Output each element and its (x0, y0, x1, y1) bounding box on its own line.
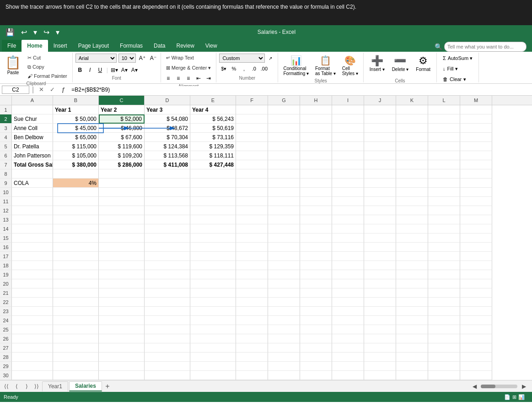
list-item[interactable] (145, 279, 190, 288)
list-item[interactable] (332, 206, 364, 215)
list-item[interactable] (332, 142, 364, 151)
list-item[interactable] (53, 279, 99, 288)
list-item[interactable] (99, 371, 145, 380)
list-item[interactable]: Year 3 (145, 105, 190, 114)
list-item[interactable] (364, 188, 396, 197)
list-item[interactable] (460, 114, 492, 124)
list-item[interactable] (190, 288, 236, 298)
list-item[interactable] (396, 243, 428, 252)
list-item[interactable] (236, 261, 268, 270)
list-item[interactable] (428, 288, 460, 298)
list-item[interactable] (268, 362, 300, 371)
list-item[interactable] (396, 133, 428, 142)
list-item[interactable] (332, 261, 364, 270)
list-item[interactable] (236, 142, 268, 151)
list-item[interactable] (190, 224, 236, 233)
list-item[interactable] (190, 252, 236, 261)
row-number[interactable]: 29 (0, 362, 12, 371)
list-item[interactable] (145, 252, 190, 261)
list-item[interactable] (99, 307, 145, 316)
delete-cells-button[interactable]: ➖ Delete ▾ (389, 54, 412, 77)
list-item[interactable] (332, 151, 364, 160)
row-number[interactable]: 4 (0, 133, 12, 142)
list-item[interactable] (99, 325, 145, 334)
list-item[interactable] (332, 316, 364, 325)
list-item[interactable] (190, 279, 236, 288)
list-item[interactable] (428, 298, 460, 307)
list-item[interactable] (332, 362, 364, 371)
list-item[interactable] (53, 206, 99, 215)
list-item[interactable] (332, 334, 364, 343)
list-item[interactable] (332, 288, 364, 298)
list-item[interactable] (396, 371, 428, 380)
list-item[interactable] (460, 197, 492, 206)
list-item[interactable] (12, 261, 53, 270)
list-item[interactable]: $ 46,800 (99, 124, 145, 133)
list-item[interactable] (12, 233, 53, 243)
list-item[interactable]: $ 73,116 (190, 133, 236, 142)
list-item[interactable] (396, 215, 428, 224)
list-item[interactable] (300, 325, 332, 334)
list-item[interactable] (53, 261, 99, 270)
list-item[interactable] (99, 169, 145, 179)
list-item[interactable] (268, 160, 300, 169)
list-item[interactable] (300, 151, 332, 160)
list-item[interactable] (396, 261, 428, 270)
list-item[interactable] (364, 215, 396, 224)
decrease-font-size-button[interactable]: A⁻ (149, 54, 158, 63)
list-item[interactable] (236, 371, 268, 380)
list-item[interactable] (364, 279, 396, 288)
list-item[interactable] (12, 307, 53, 316)
list-item[interactable]: $ 411,008 (145, 160, 190, 169)
list-item[interactable]: $ 115,000 (53, 142, 99, 151)
format-cells-button[interactable]: ⚙ Format (413, 54, 434, 77)
list-item[interactable] (428, 215, 460, 224)
list-item[interactable] (396, 288, 428, 298)
list-item[interactable] (12, 362, 53, 371)
list-item[interactable] (332, 343, 364, 353)
list-item[interactable] (268, 270, 300, 279)
list-item[interactable] (396, 316, 428, 325)
font-name-select[interactable]: Arial (75, 54, 117, 63)
list-item[interactable] (12, 197, 53, 206)
list-item[interactable] (332, 307, 364, 316)
list-item[interactable] (364, 298, 396, 307)
list-item[interactable] (268, 133, 300, 142)
list-item[interactable] (396, 252, 428, 261)
list-item[interactable] (53, 298, 99, 307)
list-item[interactable] (236, 169, 268, 179)
save-button[interactable]: 💾 (4, 27, 16, 38)
list-item[interactable] (145, 316, 190, 325)
autosum-button[interactable]: Σ AutoSum ▾ (440, 54, 476, 63)
row-number[interactable]: 11 (0, 197, 12, 206)
list-item[interactable] (236, 353, 268, 362)
list-item[interactable] (396, 206, 428, 215)
number-format-expand[interactable]: ↗ (266, 54, 275, 63)
list-item[interactable] (99, 316, 145, 325)
list-item[interactable] (12, 298, 53, 307)
list-item[interactable] (12, 105, 53, 114)
list-item[interactable] (396, 114, 428, 124)
list-item[interactable] (364, 169, 396, 179)
col-header-h[interactable]: H (300, 96, 332, 105)
list-item[interactable] (190, 353, 236, 362)
list-item[interactable] (332, 124, 364, 133)
list-item[interactable] (268, 325, 300, 334)
list-item[interactable] (364, 270, 396, 279)
list-item[interactable] (190, 270, 236, 279)
row-number[interactable]: 26 (0, 334, 12, 343)
list-item[interactable] (364, 353, 396, 362)
list-item[interactable] (364, 197, 396, 206)
row-number[interactable]: 5 (0, 142, 12, 151)
list-item[interactable] (332, 243, 364, 252)
list-item[interactable] (268, 224, 300, 233)
font-color-button[interactable]: A▾ (130, 65, 139, 75)
list-item[interactable] (428, 206, 460, 215)
list-item[interactable] (145, 362, 190, 371)
cancel-formula-button[interactable]: ✕ (37, 85, 46, 94)
list-item[interactable] (236, 325, 268, 334)
list-item[interactable] (396, 353, 428, 362)
list-item[interactable] (428, 114, 460, 124)
list-item[interactable]: $ 48,672 (145, 124, 190, 133)
list-item[interactable] (268, 124, 300, 133)
